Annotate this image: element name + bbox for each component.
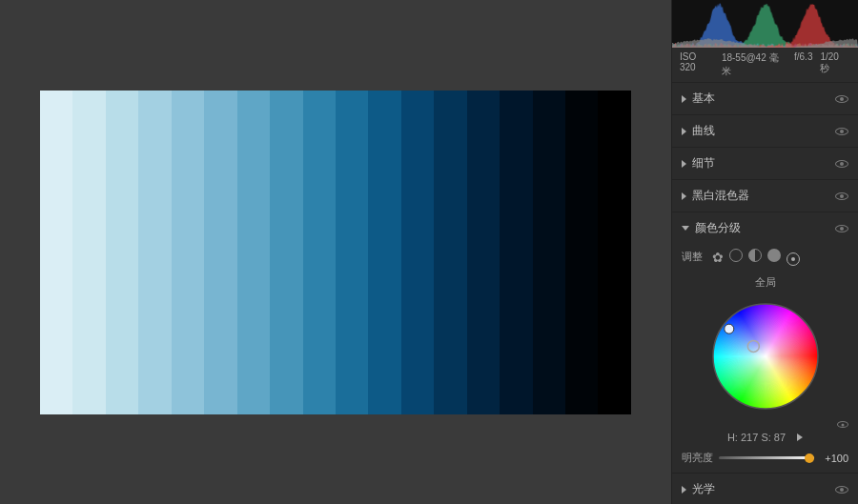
lens-info: 18-55@42 毫米 [722,51,786,78]
main-canvas [0,0,671,504]
swatch-column [172,91,204,414]
visibility-icon-basic[interactable] [835,95,848,103]
highlights-mode-btn[interactable] [767,249,781,266]
swatch-column [598,91,630,414]
luminance-thumb[interactable] [805,454,814,463]
swatch-column [401,91,434,414]
section-color-grading: 颜色分级 调整 ✿ [672,212,858,474]
chevron-right-icon [682,192,686,200]
section-bw-label: 黑白混色器 [692,188,749,204]
swatch-column [368,91,400,414]
section-optics-label: 光学 [692,481,715,497]
section-basic-label: 基本 [692,91,715,107]
mode-icons-row: 调整 ✿ [672,244,858,272]
swatch-column [237,91,270,414]
swatch-column [270,91,302,414]
swatch-column [467,91,500,414]
section-cg-label: 颜色分级 [695,220,741,236]
section-optics: 光学 [672,474,858,504]
visibility-icon-curves[interactable] [835,128,848,135]
midtones-circle [748,249,762,262]
flower-mode-btn[interactable]: ✿ [712,250,724,265]
histogram [672,0,858,48]
section-detail: 细节 [672,148,858,180]
chevron-down-icon [682,226,689,231]
color-swatch [40,91,631,414]
swatch-column [533,91,565,414]
section-basic-header[interactable]: 基本 [672,83,858,114]
luminance-label: 明亮度 [682,451,713,465]
swatch-column [336,91,368,414]
midtones-mode-btn[interactable] [748,249,762,266]
swatch-column [106,91,138,414]
visibility-icon-bw[interactable] [835,192,848,200]
mode-label: 调整 [682,250,703,264]
shadows-circle [729,249,743,262]
shadows-mode-btn[interactable] [729,249,743,266]
wheel-visibility-icon[interactable] [837,421,848,428]
visibility-icon-cg[interactable] [835,225,848,232]
right-panel: ISO 320 18-55@42 毫米 f/6.3 1/20 秒 基本 曲线 [671,0,858,504]
global-mode-btn[interactable] [786,248,800,266]
chevron-right-icon [682,128,686,135]
aperture-info: f/6.3 [794,51,812,78]
swatch-column [303,91,336,414]
luminance-row: 明亮度 +100 [672,447,858,473]
visibility-icon-optics[interactable] [835,486,848,494]
shutter-info: 1/20 秒 [820,51,850,78]
section-curves: 曲线 [672,115,858,148]
swatch-column [565,91,598,414]
section-bw-header[interactable]: 黑白混色器 [672,180,858,212]
highlights-circle [767,249,781,262]
swatch-column [204,91,236,414]
section-basic: 基本 [672,83,858,115]
panel-scroll[interactable]: 基本 曲线 细节 [672,83,858,504]
swatch-column [434,91,466,414]
color-wheel[interactable] [708,299,823,413]
section-optics-header[interactable]: 光学 [672,474,858,504]
global-circle [786,252,800,266]
swatch-column [72,91,105,414]
luminance-slider[interactable] [719,456,814,459]
section-detail-header[interactable]: 细节 [672,148,858,179]
visibility-icon-detail[interactable] [835,160,848,168]
hs-values: H: 217 S: 87 [727,432,786,443]
camera-info: ISO 320 18-55@42 毫米 f/6.3 1/20 秒 [672,48,858,83]
swatch-column [500,91,532,414]
chevron-right-icon [682,486,686,494]
triangle-icon [797,433,803,441]
section-detail-label: 细节 [692,155,715,171]
luminance-value: +100 [820,453,848,464]
chevron-right-icon [682,160,686,168]
color-wheel-container [672,295,858,421]
swatch-column [138,91,171,414]
section-bw-mixer: 黑白混色器 [672,180,858,212]
hs-info: H: 217 S: 87 [672,430,858,447]
section-curves-header[interactable]: 曲线 [672,115,858,147]
global-label: 全局 [672,272,858,295]
chevron-right-icon [682,95,686,103]
section-color-grading-header[interactable]: 颜色分级 [672,212,858,244]
section-curves-label: 曲线 [692,123,715,139]
swatch-column [40,91,72,414]
iso-info: ISO 320 [680,51,714,78]
